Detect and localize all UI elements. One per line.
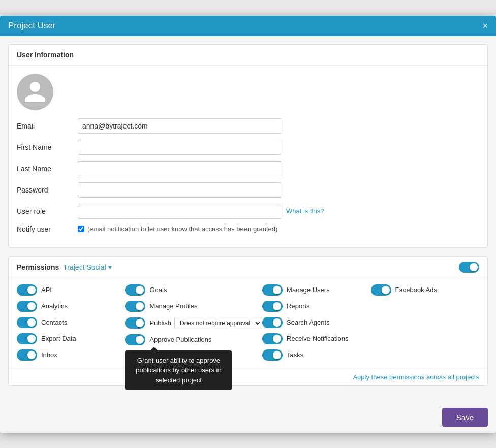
perm-col-3: Manage Users Reports Search Agents <box>262 284 370 361</box>
tooltip: Grant user ability to approve publicatio… <box>125 350 232 391</box>
export-data-label: Export Data <box>41 335 76 342</box>
analytics-label: Analytics <box>41 302 68 310</box>
email-label: Email <box>17 122 78 130</box>
reports-label: Reports <box>287 302 310 310</box>
first-name-field[interactable] <box>78 140 281 155</box>
notify-text: (email notification to let user know tha… <box>87 225 277 233</box>
inbox-toggle[interactable] <box>17 349 37 361</box>
approval-dropdown[interactable]: Does not require approval Requires appro… <box>174 317 262 329</box>
api-toggle[interactable] <box>17 284 37 296</box>
reports-toggle[interactable] <box>262 301 283 312</box>
tasks-toggle[interactable] <box>262 349 283 361</box>
publish-with-dropdown: Publish Does not require approval Requir… <box>149 317 262 329</box>
goals-label: Goals <box>149 286 167 294</box>
perm-col-2: Goals Manage Profiles Publish Does not <box>125 284 262 345</box>
chevron-down-icon: ▾ <box>108 263 112 271</box>
permissions-master-toggle[interactable] <box>459 262 479 273</box>
permissions-body: API Analytics Contacts Export Data <box>9 278 487 369</box>
perm-manage-users: Manage Users <box>262 284 370 296</box>
perm-contacts: Contacts <box>17 317 125 328</box>
api-label: API <box>41 286 52 294</box>
email-field[interactable] <box>78 118 281 134</box>
inbox-label: Inbox <box>41 351 57 359</box>
perm-api: API <box>17 284 125 296</box>
user-role-label: User role <box>17 207 78 215</box>
modal-title: Project User <box>8 21 56 31</box>
manage-users-toggle[interactable] <box>262 284 283 296</box>
manage-users-label: Manage Users <box>287 286 330 294</box>
publish-label: Publish <box>149 319 171 327</box>
receive-notifications-label: Receive Notifications <box>287 335 348 342</box>
analytics-toggle[interactable] <box>17 301 37 312</box>
search-agents-toggle[interactable] <box>262 317 283 328</box>
receive-notifications-toggle[interactable] <box>262 333 283 344</box>
tasks-label: Tasks <box>287 351 303 359</box>
perm-analytics: Analytics <box>17 301 125 312</box>
user-role-field[interactable] <box>78 204 281 219</box>
perm-receive-notifications: Receive Notifications <box>262 333 370 344</box>
first-name-row: First Name <box>17 140 479 155</box>
last-name-row: Last Name <box>17 161 479 176</box>
permissions-section: Permissions Traject Social ▾ <box>8 256 488 386</box>
password-row: Password <box>17 182 479 198</box>
perm-goals: Goals <box>125 284 262 296</box>
facebook-ads-label: Facebook Ads <box>395 286 437 294</box>
last-name-label: Last Name <box>17 165 78 173</box>
user-information-section: User Information Email F <box>8 44 488 248</box>
contacts-label: Contacts <box>41 318 67 326</box>
email-row: Email <box>17 118 479 134</box>
goals-toggle[interactable] <box>125 284 145 296</box>
notify-label: Notify user <box>17 225 78 233</box>
contacts-toggle[interactable] <box>17 317 37 328</box>
permissions-title: Permissions <box>17 263 59 271</box>
perm-col-1: API Analytics Contacts Export Data <box>17 284 125 361</box>
last-name-field[interactable] <box>78 161 281 176</box>
permissions-header: Permissions Traject Social ▾ <box>9 257 487 278</box>
perm-approve-publications: Approve Publications Grant user ability … <box>125 334 262 345</box>
user-info-title: User Information <box>9 45 487 66</box>
notify-checkbox[interactable] <box>78 226 84 232</box>
perm-tasks: Tasks <box>262 349 370 361</box>
search-agents-label: Search Agents <box>287 318 330 326</box>
perm-export-data: Export Data <box>17 333 125 344</box>
project-selector[interactable]: Traject Social ▾ <box>63 263 111 271</box>
perm-facebook-ads: Facebook Ads <box>371 284 479 296</box>
permissions-grid: API Analytics Contacts Export Data <box>17 284 479 361</box>
modal-body: User Information Email F <box>0 36 496 402</box>
publish-toggle[interactable] <box>125 317 145 329</box>
close-button[interactable]: × <box>482 21 488 30</box>
user-info-body: Email First Name Last Name Password <box>9 66 487 247</box>
export-data-toggle[interactable] <box>17 333 37 344</box>
approve-publications-toggle[interactable] <box>125 334 145 345</box>
facebook-ads-toggle[interactable] <box>371 284 391 296</box>
user-role-row: User role What is this? <box>17 204 479 219</box>
modal-header: Project User × <box>0 16 496 36</box>
apply-permissions-link[interactable]: Apply these permissions across all proje… <box>9 369 487 385</box>
project-name: Traject Social <box>63 263 106 271</box>
password-field[interactable] <box>78 182 281 198</box>
modal-footer: Save <box>0 402 496 433</box>
save-button[interactable]: Save <box>442 408 488 427</box>
approve-publications-label: Approve Publications <box>149 336 211 343</box>
perm-publish: Publish Does not require approval Requir… <box>125 317 262 329</box>
avatar-area <box>17 74 479 110</box>
perm-manage-profiles: Manage Profiles <box>125 301 262 312</box>
permissions-header-left: Permissions Traject Social ▾ <box>17 263 112 271</box>
notify-row: Notify user (email notification to let u… <box>17 225 479 233</box>
password-label: Password <box>17 186 78 194</box>
perm-inbox: Inbox <box>17 349 125 361</box>
user-icon <box>22 79 48 105</box>
notify-content: (email notification to let user know tha… <box>78 225 277 233</box>
manage-profiles-toggle[interactable] <box>125 301 145 312</box>
perm-col-4: Facebook Ads <box>371 284 479 296</box>
avatar <box>17 74 53 110</box>
project-user-modal: Project User × User Information Email <box>0 16 496 433</box>
manage-profiles-label: Manage Profiles <box>149 302 197 310</box>
what-is-this-link[interactable]: What is this? <box>286 207 324 215</box>
perm-search-agents: Search Agents <box>262 317 370 328</box>
first-name-label: First Name <box>17 143 78 151</box>
perm-reports: Reports <box>262 301 370 312</box>
